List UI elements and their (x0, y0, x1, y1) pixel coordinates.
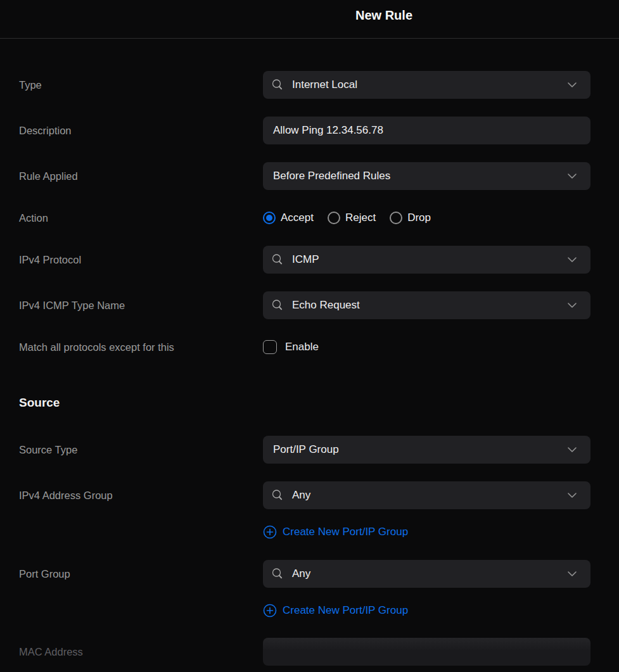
icmp-type-name-dropdown[interactable]: Echo Request (263, 291, 590, 319)
ipv4-address-group-label: IPv4 Address Group (19, 490, 263, 502)
description-label: Description (19, 125, 263, 137)
radio-drop-label: Drop (407, 212, 431, 224)
row-match-all-protocols: Match all protocols except for this Enab… (19, 333, 619, 361)
type-label: Type (19, 79, 263, 91)
row-source-type: Source Type Port/IP Group (19, 436, 619, 464)
row-description: Description Allow Ping 12.34.56.78 (19, 117, 619, 144)
mac-address-label: MAC Address (19, 646, 263, 658)
mac-address-input[interactable] (263, 638, 590, 666)
description-input[interactable]: Allow Ping 12.34.56.78 (263, 117, 590, 144)
create-link-label: Create New Port/IP Group (283, 526, 408, 538)
radio-drop[interactable]: Drop (390, 212, 431, 224)
create-port-ip-group-link[interactable]: Create New Port/IP Group (263, 525, 408, 539)
row-ipv4-address-group: IPv4 Address Group Any (19, 481, 619, 509)
search-icon (271, 299, 284, 312)
radio-accept[interactable]: Accept (263, 212, 314, 224)
type-dropdown[interactable]: Internet Local (263, 71, 590, 99)
form-content: Type Internet Local Description Allow Pi… (0, 71, 619, 666)
radio-unselected-icon (328, 212, 340, 224)
match-all-checkbox[interactable]: Enable (263, 340, 319, 354)
plus-circle-icon (263, 604, 277, 618)
row-rule-applied: Rule Applied Before Predefined Rules (19, 162, 619, 190)
radio-reject-label: Reject (345, 212, 376, 224)
radio-unselected-icon (390, 212, 402, 224)
row-create-link-address: Create New Port/IP Group (19, 524, 619, 540)
ipv4-protocol-dropdown[interactable]: ICMP (263, 246, 590, 274)
chevron-down-icon (568, 493, 577, 498)
ipv4-protocol-label: IPv4 Protocol (19, 254, 263, 266)
rule-applied-value: Before Predefined Rules (273, 170, 390, 182)
plus-circle-icon (263, 525, 277, 539)
ipv4-address-group-dropdown[interactable]: Any (263, 481, 590, 509)
row-mac-address: MAC Address (19, 638, 619, 666)
row-port-group: Port Group Any (19, 560, 619, 588)
source-type-label: Source Type (19, 444, 263, 456)
port-group-label: Port Group (19, 568, 263, 580)
action-radio-group: Accept Reject Drop (263, 212, 431, 224)
create-link-label: Create New Port/IP Group (283, 604, 408, 617)
description-value: Allow Ping 12.34.56.78 (273, 124, 383, 137)
row-action: Action Accept Reject Drop (19, 204, 619, 232)
source-type-value: Port/IP Group (273, 443, 339, 456)
chevron-down-icon (568, 257, 577, 262)
row-type: Type Internet Local (19, 71, 619, 99)
create-port-ip-group-link[interactable]: Create New Port/IP Group (263, 604, 408, 618)
row-create-link-port: Create New Port/IP Group (19, 602, 619, 619)
icmp-type-name-label: IPv4 ICMP Type Name (19, 300, 263, 312)
chevron-down-icon (568, 82, 577, 87)
row-ipv4-protocol: IPv4 Protocol ICMP (19, 246, 619, 274)
ipv4-address-group-value: Any (292, 489, 310, 502)
radio-selected-icon (263, 212, 276, 224)
chevron-down-icon (568, 571, 577, 576)
icmp-type-name-value: Echo Request (292, 299, 360, 312)
port-group-dropdown[interactable]: Any (263, 560, 590, 588)
search-icon (271, 79, 284, 91)
radio-accept-label: Accept (281, 212, 314, 224)
type-value: Internet Local (292, 79, 357, 91)
page-title: New Rule (355, 8, 412, 23)
rule-applied-dropdown[interactable]: Before Predefined Rules (263, 162, 590, 190)
rule-applied-label: Rule Applied (19, 170, 263, 182)
search-icon (271, 567, 284, 580)
source-type-dropdown[interactable]: Port/IP Group (263, 436, 590, 464)
radio-reject[interactable]: Reject (328, 212, 376, 224)
search-icon (271, 253, 284, 266)
modal-header: New Rule (0, 0, 619, 39)
match-all-label: Match all protocols except for this (19, 341, 263, 353)
action-label: Action (19, 212, 263, 224)
chevron-down-icon (568, 303, 577, 308)
checkbox-unchecked-icon (263, 340, 277, 354)
ipv4-protocol-value: ICMP (292, 253, 319, 266)
source-section-heading: Source (19, 395, 619, 411)
row-icmp-type-name: IPv4 ICMP Type Name Echo Request (19, 291, 619, 319)
chevron-down-icon (568, 447, 577, 452)
match-all-checkbox-label: Enable (285, 341, 319, 353)
chevron-down-icon (568, 174, 577, 179)
port-group-value: Any (292, 567, 310, 580)
search-icon (271, 489, 284, 502)
